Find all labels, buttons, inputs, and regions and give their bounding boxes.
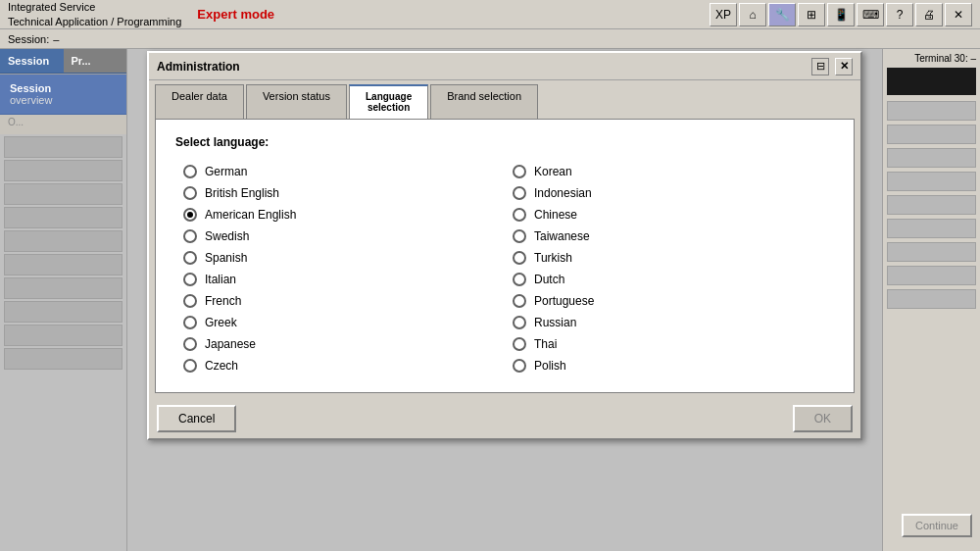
languages-grid: GermanKoreanBritish EnglishIndonesianAme… — [175, 161, 834, 376]
tab-dealer-data[interactable]: Dealer data — [155, 84, 244, 119]
lang-item-taiwanese[interactable]: Taiwanese — [505, 225, 834, 247]
keyboard-button[interactable]: ⌨ — [857, 3, 884, 26]
right-bar-8 — [887, 266, 976, 285]
right-bar-1 — [887, 101, 976, 121]
gray-bar-4 — [4, 207, 122, 228]
terminal-display — [887, 68, 976, 95]
lang-item-spanish[interactable]: Spanish — [175, 247, 505, 269]
lang-label-swedish: Swedish — [205, 229, 249, 243]
cancel-button[interactable]: Cancel — [157, 405, 236, 432]
lang-item-polish[interactable]: Polish — [505, 355, 834, 376]
radio-greek[interactable] — [183, 316, 197, 329]
lang-label-french: French — [205, 294, 241, 308]
lang-label-polish: Polish — [534, 359, 566, 373]
select-language-title: Select language: — [175, 135, 834, 149]
modal-title: Administration — [157, 60, 240, 74]
display-button[interactable]: ⊞ — [798, 3, 825, 26]
lang-item-french[interactable]: French — [175, 290, 505, 312]
lang-item-greek[interactable]: Greek — [175, 312, 505, 333]
lang-label-dutch: Dutch — [534, 273, 564, 286]
right-bar-4 — [887, 172, 976, 191]
session-overview-nav[interactable]: Sessionoverview — [0, 75, 126, 115]
center-area: Administration ⊟ ✕ Dealer data Version s… — [127, 49, 882, 551]
radio-thai[interactable] — [513, 337, 526, 351]
close-button[interactable]: ✕ — [945, 3, 972, 26]
lang-label-german: German — [205, 165, 247, 178]
lang-item-swedish[interactable]: Swedish — [175, 225, 505, 247]
lang-item-czech[interactable]: Czech — [175, 355, 505, 376]
lang-item-british-english[interactable]: British English — [175, 182, 505, 204]
radio-russian[interactable] — [513, 316, 526, 329]
pr-tab[interactable]: Pr... — [64, 49, 127, 74]
radio-japanese[interactable] — [183, 337, 197, 351]
left-gray-area — [0, 134, 126, 551]
toolbar: XP ⌂ 🔧 ⊞ 📱 ⌨ ? 🖨 ✕ — [710, 3, 972, 26]
right-bar-2 — [887, 125, 976, 144]
radio-dutch[interactable] — [513, 273, 526, 286]
lang-item-korean[interactable]: Korean — [505, 161, 834, 182]
session-tab[interactable]: Session — [0, 49, 64, 74]
radio-chinese[interactable] — [513, 208, 526, 222]
modal-icon-button[interactable]: ⊟ — [811, 58, 829, 75]
tools-button[interactable]: 🔧 — [768, 3, 796, 26]
lang-label-russian: Russian — [534, 316, 576, 329]
mobile-button[interactable]: 📱 — [827, 3, 855, 26]
lang-item-american-english[interactable]: American English — [175, 204, 505, 225]
radio-spanish[interactable] — [183, 251, 197, 265]
radio-french[interactable] — [183, 294, 197, 308]
radio-turkish[interactable] — [513, 251, 526, 265]
lang-label-taiwanese: Taiwanese — [534, 229, 590, 243]
lang-label-british-english: British English — [205, 186, 279, 200]
main-layout: Session Pr... Sessionoverview O... — [0, 49, 980, 551]
lang-item-indonesian[interactable]: Indonesian — [505, 182, 834, 204]
lang-item-turkish[interactable]: Turkish — [505, 247, 834, 269]
tab-version-status[interactable]: Version status — [246, 84, 347, 119]
lang-label-korean: Korean — [534, 165, 572, 178]
right-bar-3 — [887, 148, 976, 168]
lang-item-italian[interactable]: Italian — [175, 269, 505, 290]
dialog-footer: Cancel OK — [149, 399, 860, 438]
radio-taiwanese[interactable] — [513, 229, 526, 243]
lang-label-american-english: American English — [205, 208, 296, 222]
gray-bar-7 — [4, 277, 122, 299]
radio-czech[interactable] — [183, 359, 197, 373]
radio-swedish[interactable] — [183, 229, 197, 243]
radio-korean[interactable] — [513, 165, 526, 178]
gray-bar-6 — [4, 254, 122, 276]
lang-label-spanish: Spanish — [205, 251, 247, 265]
gray-bar-9 — [4, 325, 122, 346]
tab-language-selection[interactable]: Language selection — [349, 84, 428, 119]
radio-italian[interactable] — [183, 273, 197, 286]
session-bar: Session: – — [0, 29, 980, 49]
home-button[interactable]: ⌂ — [739, 3, 766, 26]
gray-bar-8 — [4, 301, 122, 323]
radio-polish[interactable] — [513, 359, 526, 373]
lang-item-chinese[interactable]: Chinese — [505, 204, 834, 225]
lang-label-portuguese: Portuguese — [534, 294, 594, 308]
radio-indonesian[interactable] — [513, 186, 526, 200]
lang-item-russian[interactable]: Russian — [505, 312, 834, 333]
radio-portuguese[interactable] — [513, 294, 526, 308]
lang-item-german[interactable]: German — [175, 161, 505, 182]
lang-label-greek: Greek — [205, 316, 237, 329]
lang-item-portuguese[interactable]: Portuguese — [505, 290, 834, 312]
dialog-content: Select language: GermanKoreanBritish Eng… — [155, 119, 855, 393]
radio-british-english[interactable] — [183, 186, 197, 200]
lang-item-dutch[interactable]: Dutch — [505, 269, 834, 290]
lang-item-thai[interactable]: Thai — [505, 333, 834, 355]
continue-button[interactable]: Continue — [902, 514, 972, 537]
print-button[interactable]: 🖨 — [915, 3, 943, 26]
tab-brand-selection[interactable]: Brand selection — [430, 84, 538, 119]
radio-german[interactable] — [183, 165, 197, 178]
lang-label-turkish: Turkish — [534, 251, 572, 265]
lang-label-indonesian: Indonesian — [534, 186, 592, 200]
lang-label-czech: Czech — [205, 359, 238, 373]
expert-mode-label: Expert mode — [197, 7, 274, 22]
ok-button[interactable]: OK — [793, 405, 853, 432]
help-button[interactable]: ? — [886, 3, 913, 26]
left-panel: Session Pr... Sessionoverview O... — [0, 49, 127, 551]
lang-item-japanese[interactable]: Japanese — [175, 333, 505, 355]
radio-american-english[interactable] — [183, 208, 197, 222]
modal-close-button[interactable]: ✕ — [835, 58, 853, 75]
xp-button[interactable]: XP — [710, 3, 737, 26]
